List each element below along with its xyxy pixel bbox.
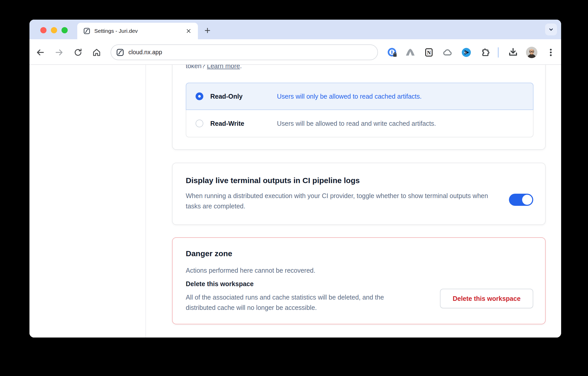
- delete-workspace-title: Delete this workspace: [186, 280, 254, 288]
- terminal-card-description: When running a distributed execution wit…: [186, 191, 500, 211]
- back-arrow-icon: [36, 48, 45, 57]
- iq-player-extension-button[interactable]: IQ: [461, 47, 472, 58]
- delete-workspace-button[interactable]: Delete this workspace: [440, 289, 533, 308]
- tab-title: Settings - Juri.dev: [94, 28, 138, 34]
- address-bar[interactable]: cloud.nx.app: [111, 44, 378, 60]
- nx-favicon-icon: [83, 27, 91, 35]
- reload-icon: [73, 48, 83, 57]
- back-button[interactable]: [35, 48, 45, 57]
- url-text: cloud.nx.app: [128, 49, 162, 56]
- access-option-label: Read-Only: [210, 93, 277, 100]
- close-icon: [185, 28, 192, 34]
- token-help-text: token? Learn more.: [186, 65, 242, 70]
- access-option-description: Users will be allowed to read and write …: [277, 120, 436, 127]
- iq-play-icon: IQ: [461, 47, 472, 58]
- access-option-read-write[interactable]: Read-Write Users will be allowed to read…: [186, 110, 533, 137]
- terminal-card-title: Display live terminal outputs in CI pipe…: [186, 176, 360, 185]
- browser-window: Settings - Juri.dev: [29, 20, 561, 338]
- mountain-extension-button[interactable]: [405, 47, 416, 58]
- terminal-outputs-card: Display live terminal outputs in CI pipe…: [172, 163, 546, 225]
- tab-close-button[interactable]: [184, 27, 193, 35]
- access-option-read-only[interactable]: Read-Only Users will only be allowed to …: [186, 83, 533, 110]
- traffic-light-close-button[interactable]: [40, 27, 47, 33]
- sidebar-divider: [145, 65, 146, 338]
- page-content: token? Learn more. Read-Only Users will …: [29, 65, 561, 338]
- danger-zone-note: Actions performed here cannot be recover…: [186, 265, 315, 276]
- kebab-menu-icon: [546, 47, 556, 58]
- browser-tab[interactable]: Settings - Juri.dev: [77, 23, 198, 39]
- home-icon: [92, 48, 101, 57]
- extensions-puzzle-button[interactable]: [480, 47, 491, 58]
- danger-zone-card: Danger zone Actions performed here canno…: [172, 237, 546, 324]
- terminal-toggle[interactable]: [509, 194, 533, 206]
- browser-menu-button[interactable]: [545, 47, 556, 58]
- onepassword-lock-icon: [386, 47, 398, 58]
- traffic-light-zoom-button[interactable]: [61, 27, 68, 33]
- tab-search-chevron-button[interactable]: [545, 24, 557, 35]
- access-option-description: Users will only be allowed to read cache…: [277, 93, 422, 100]
- home-button[interactable]: [92, 48, 102, 57]
- notion-icon: N: [424, 47, 434, 58]
- puzzle-icon: [480, 47, 491, 58]
- svg-text:N: N: [427, 50, 431, 56]
- toolbar-divider: [498, 47, 499, 58]
- access-options-group: Read-Only Users will only be allowed to …: [186, 83, 533, 137]
- download-icon: [508, 47, 519, 58]
- plus-icon: [204, 27, 211, 34]
- delete-workspace-description: All of the associated runs and cache sta…: [186, 292, 413, 313]
- svg-text:IQ: IQ: [464, 51, 467, 54]
- radio-unselected-icon[interactable]: [196, 120, 203, 127]
- forward-button[interactable]: [54, 48, 64, 57]
- cloud-icon: [442, 47, 453, 58]
- browser-toolbar: cloud.nx.app N: [29, 39, 561, 65]
- access-option-label: Read-Write: [210, 120, 277, 127]
- reload-button[interactable]: [73, 48, 83, 57]
- chevron-down-icon: [548, 26, 554, 33]
- profile-avatar[interactable]: [526, 47, 537, 58]
- learn-more-link[interactable]: Learn more: [207, 65, 240, 69]
- mountain-icon: [405, 47, 416, 58]
- toggle-knob: [522, 195, 532, 205]
- tab-strip: Settings - Juri.dev: [29, 20, 561, 39]
- cloud-extension-button[interactable]: [442, 47, 453, 58]
- downloads-button[interactable]: [507, 47, 519, 58]
- access-token-card: token? Learn more. Read-Only Users will …: [172, 65, 546, 150]
- forward-arrow-icon: [55, 48, 64, 57]
- danger-zone-title: Danger zone: [186, 249, 232, 258]
- nx-site-icon: [116, 48, 125, 57]
- avatar-photo: [526, 47, 537, 58]
- notion-extension-button[interactable]: N: [423, 47, 435, 58]
- radio-selected-icon[interactable]: [196, 92, 203, 100]
- new-tab-button[interactable]: [202, 25, 213, 36]
- traffic-light-minimize-button[interactable]: [51, 27, 57, 33]
- onepassword-extension-button[interactable]: [386, 47, 398, 58]
